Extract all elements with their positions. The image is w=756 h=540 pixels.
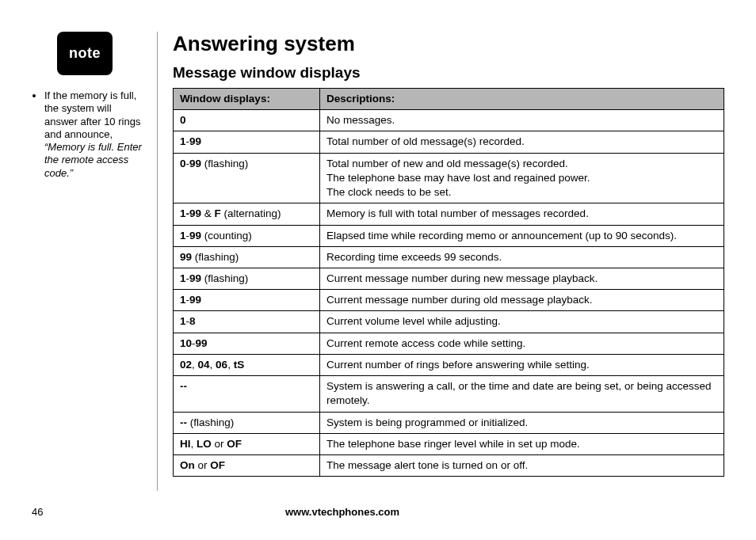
window-display-cell: -- (flashing) [174, 412, 320, 433]
table-row: 1-99 (flashing)Current message number du… [174, 268, 724, 289]
message-displays-table: Window displays: Descriptions: 0No messa… [173, 88, 724, 477]
description-cell: Current volume level while adjusting. [320, 311, 724, 333]
description-cell: Total number of old message(s) recorded. [320, 131, 724, 153]
description-cell: The message alert tone is turned on or o… [320, 454, 724, 476]
side-note-quote: “Memory is full. Enter the remote access… [44, 141, 142, 179]
table-row: --System is answering a call, or the tim… [174, 376, 724, 412]
note-badge: note [57, 32, 113, 75]
window-display-cell: 99 (flashing) [174, 246, 320, 268]
description-cell: Recording time exceeds 99 seconds. [320, 246, 724, 268]
window-display-cell: 1-99 (flashing) [174, 268, 320, 289]
page-number: 46 [32, 506, 158, 518]
window-display-cell: On or OF [174, 454, 320, 476]
table-row: 1-99 & F (alternating)Memory is full wit… [174, 203, 724, 225]
side-note-item: If the memory is full, the system will a… [44, 89, 143, 180]
description-cell: No messages. [320, 110, 724, 131]
window-display-cell: -- [174, 376, 320, 412]
description-cell: Current remote access code while setting… [320, 333, 724, 354]
description-cell: System is answering a call, or the time … [320, 376, 724, 412]
table-row: 1-8Current volume level while adjusting. [174, 311, 724, 333]
description-cell: The telephone base ringer level while in… [320, 433, 724, 454]
vertical-divider [157, 32, 158, 491]
side-note-lead: If the memory is full, the system will a… [44, 89, 140, 140]
table-row: 99 (flashing)Recording time exceeds 99 s… [174, 246, 724, 268]
main-content: Answering system Message window displays… [173, 32, 724, 477]
page-title: Answering system [173, 32, 724, 56]
window-display-cell: 10-99 [174, 333, 320, 354]
window-display-cell: 1-99 (counting) [174, 225, 320, 246]
side-note-column: note If the memory is full, the system w… [32, 32, 143, 184]
description-cell: Total number of new and old message(s) r… [320, 153, 724, 203]
window-display-cell: 1-99 [174, 131, 320, 153]
window-display-cell: 0-99 (flashing) [174, 153, 320, 203]
window-display-cell: 02, 04, 06, tS [174, 354, 320, 375]
table-header-desc: Descriptions: [320, 89, 724, 110]
table-row: 1-99Total number of old message(s) recor… [174, 131, 724, 153]
description-cell: Memory is full with total number of mess… [320, 203, 724, 225]
table-row: 0-99 (flashing)Total number of new and o… [174, 153, 724, 203]
table-row: -- (flashing)System is being programmed … [174, 412, 724, 433]
table-row: 10-99Current remote access code while se… [174, 333, 724, 354]
section-heading: Message window displays [173, 64, 724, 82]
table-row: 0No messages. [174, 110, 724, 131]
table-row: HI, LO or OFThe telephone base ringer le… [174, 433, 724, 454]
table-row: 1-99 (counting)Elapsed time while record… [174, 225, 724, 246]
table-row: On or OFThe message alert tone is turned… [174, 454, 724, 476]
table-header-window: Window displays: [174, 89, 320, 110]
table-row: 02, 04, 06, tSCurrent number of rings be… [174, 354, 724, 375]
window-display-cell: 1-99 [174, 290, 320, 311]
window-display-cell: 1-99 & F (alternating) [174, 203, 320, 225]
description-cell: Current message number during new messag… [320, 268, 724, 289]
window-display-cell: 1-8 [174, 311, 320, 333]
description-cell: Current number of rings before answering… [320, 354, 724, 375]
window-display-cell: HI, LO or OF [174, 433, 320, 454]
footer-site: www.vtechphones.com [285, 506, 399, 518]
window-display-cell: 0 [174, 110, 320, 131]
description-cell: Elapsed time while recording memo or ann… [320, 225, 724, 246]
table-row: 1-99Current message number during old me… [174, 290, 724, 311]
description-cell: Current message number during old messag… [320, 290, 724, 311]
description-cell: System is being programmed or initialize… [320, 412, 724, 433]
page-footer: 46 www.vtechphones.com [32, 506, 724, 518]
